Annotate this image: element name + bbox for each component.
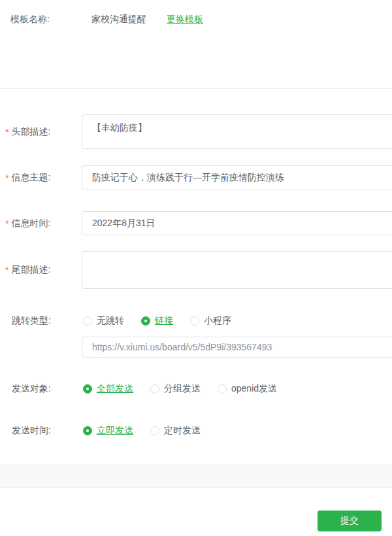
- radio-circle-icon[interactable]: [150, 384, 159, 394]
- radio-checked-icon[interactable]: [83, 426, 92, 435]
- radio-send-openid[interactable]: openid发送: [218, 383, 277, 395]
- radio-circle-icon[interactable]: [218, 384, 227, 394]
- radio-circle-icon[interactable]: [150, 426, 159, 435]
- radio-no-jump[interactable]: 无跳转: [83, 315, 124, 327]
- jump-type-radio-group: 无跳转 链接 小程序: [83, 314, 231, 327]
- radio-checked-icon[interactable]: [83, 384, 92, 394]
- template-name-row: 模板名称: 家校沟通提醒 更换模板: [0, 13, 392, 26]
- section-divider: [0, 88, 392, 89]
- time-input[interactable]: 2022年8月31日: [82, 211, 392, 235]
- required-asterisk: *: [5, 173, 8, 183]
- footer-desc-label: * 尾部描述:: [12, 251, 50, 289]
- radio-send-group[interactable]: 分组发送: [150, 383, 201, 395]
- template-name-label: 模板名称:: [10, 14, 50, 25]
- radio-miniprogram[interactable]: 小程序: [190, 315, 231, 327]
- send-time-label: 发送时间:: [12, 424, 51, 437]
- radio-send-now[interactable]: 立即发送: [83, 425, 133, 437]
- radio-circle-icon[interactable]: [190, 316, 199, 326]
- footer-desc-input[interactable]: [82, 251, 392, 289]
- subject-input[interactable]: 防疫记于心，演练践于行—开学前疫情防控演练: [82, 165, 392, 190]
- jump-url-input[interactable]: https://v.xiumi.us/board/v5/5dP9i/393567…: [82, 337, 392, 358]
- change-template-link[interactable]: 更换模板: [167, 14, 203, 25]
- send-target-label: 发送对象:: [12, 382, 51, 395]
- radio-link[interactable]: 链接: [141, 315, 173, 327]
- radio-send-scheduled[interactable]: 定时发送: [150, 425, 201, 437]
- radio-circle-icon[interactable]: [83, 316, 92, 326]
- submit-button[interactable]: 提交: [318, 511, 382, 531]
- required-asterisk: *: [5, 265, 8, 275]
- required-asterisk: *: [5, 218, 8, 229]
- subject-label: * 信息主题:: [12, 165, 50, 190]
- header-desc-input[interactable]: 【丰幼防疫】: [82, 114, 392, 149]
- send-time-radio-group: 立即发送 定时发送: [83, 424, 201, 437]
- template-name-value: 家校沟通提醒: [91, 14, 146, 25]
- send-target-radio-group: 全部发送 分组发送 openid发送: [83, 382, 277, 395]
- template-message-form: 模板名称: 家校沟通提醒 更换模板 * 头部描述: 【丰幼防疫】 * 信息主题:…: [0, 0, 392, 536]
- jump-type-label: 跳转类型:: [12, 314, 51, 327]
- radio-send-all[interactable]: 全部发送: [83, 383, 133, 395]
- time-label: * 信息时间:: [12, 211, 50, 235]
- required-asterisk: *: [5, 127, 8, 137]
- footer-divider-band: [0, 464, 392, 488]
- header-desc-label: * 头部描述:: [12, 114, 50, 149]
- radio-checked-icon[interactable]: [141, 316, 150, 326]
